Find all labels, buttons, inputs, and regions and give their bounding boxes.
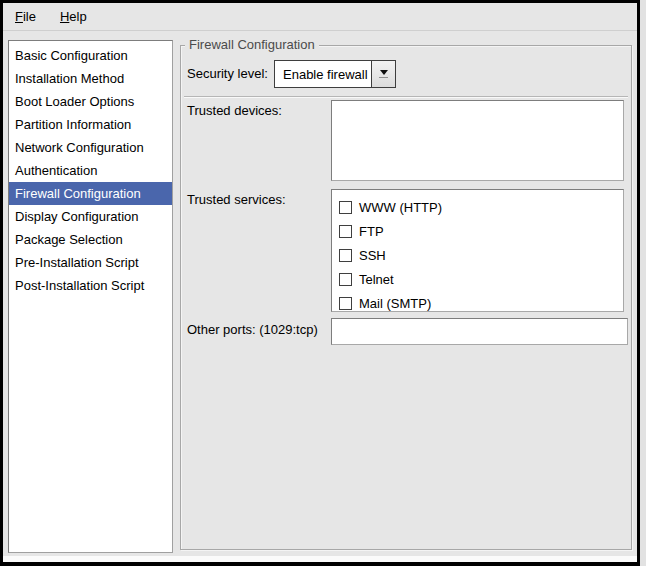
sidebar-item[interactable]: Installation Method <box>9 67 172 90</box>
sidebar-item[interactable]: Pre-Installation Script <box>9 251 172 274</box>
window-right-border <box>640 0 646 566</box>
service-label: FTP <box>359 224 384 239</box>
service-checkbox[interactable] <box>339 273 352 286</box>
separator <box>184 96 628 98</box>
sidebar-item[interactable]: Basic Configuration <box>9 44 172 67</box>
menu-file[interactable]: File <box>3 3 48 30</box>
service-checkbox[interactable] <box>339 249 352 262</box>
sidebar-item[interactable]: Post-Installation Script <box>9 274 172 297</box>
service-checkbox[interactable] <box>339 201 352 214</box>
service-row[interactable]: Mail (SMTP) <box>332 291 623 315</box>
other-ports-input[interactable] <box>331 318 628 345</box>
service-label: Mail (SMTP) <box>359 296 431 311</box>
sidebar-item[interactable]: Network Configuration <box>9 136 172 159</box>
trusted-services-list: WWW (HTTP) FTP SSH Telnet Mail (SMTP) <box>331 189 624 312</box>
service-row[interactable]: SSH <box>332 243 623 267</box>
sidebar-item[interactable]: Partition Information <box>9 113 172 136</box>
sidebar-item[interactable]: Boot Loader Options <box>9 90 172 113</box>
trusted-devices-label: Trusted devices: <box>187 103 282 118</box>
sidebar-item[interactable]: Package Selection <box>9 228 172 251</box>
service-checkbox[interactable] <box>339 297 352 310</box>
firewall-configuration-frame: Firewall Configuration Security level: E… <box>180 45 632 550</box>
menu-help[interactable]: Help <box>48 3 99 30</box>
security-level-combobox[interactable]: Enable firewall <box>274 60 396 88</box>
trusted-services-label: Trusted services: <box>187 192 286 207</box>
service-label: SSH <box>359 248 386 263</box>
chevron-down-icon <box>371 61 395 87</box>
menubar: File Help <box>3 3 637 31</box>
sidebar-item[interactable]: Firewall Configuration <box>9 182 172 205</box>
window: File Help Basic Configuration Installati… <box>0 0 646 566</box>
menu-help-label: Help <box>60 9 87 24</box>
service-row[interactable]: FTP <box>332 219 623 243</box>
other-ports-label: Other ports: (1029:tcp) <box>187 322 318 337</box>
service-checkbox[interactable] <box>339 225 352 238</box>
service-row[interactable]: Telnet <box>332 267 623 291</box>
frame-title: Firewall Configuration <box>185 37 319 52</box>
sidebar-list: Basic Configuration Installation Method … <box>8 40 173 553</box>
service-row[interactable]: WWW (HTTP) <box>332 195 623 219</box>
security-level-value: Enable firewall <box>275 61 371 87</box>
service-label: Telnet <box>359 272 394 287</box>
window-bottom-bevel <box>3 556 637 562</box>
service-label: WWW (HTTP) <box>359 200 442 215</box>
app-area: File Help Basic Configuration Installati… <box>3 3 637 556</box>
trusted-devices-list[interactable] <box>331 100 624 181</box>
sidebar-item[interactable]: Display Configuration <box>9 205 172 228</box>
security-level-label: Security level: <box>187 66 268 81</box>
sidebar-item[interactable]: Authentication <box>9 159 172 182</box>
menu-file-label: File <box>15 9 36 24</box>
